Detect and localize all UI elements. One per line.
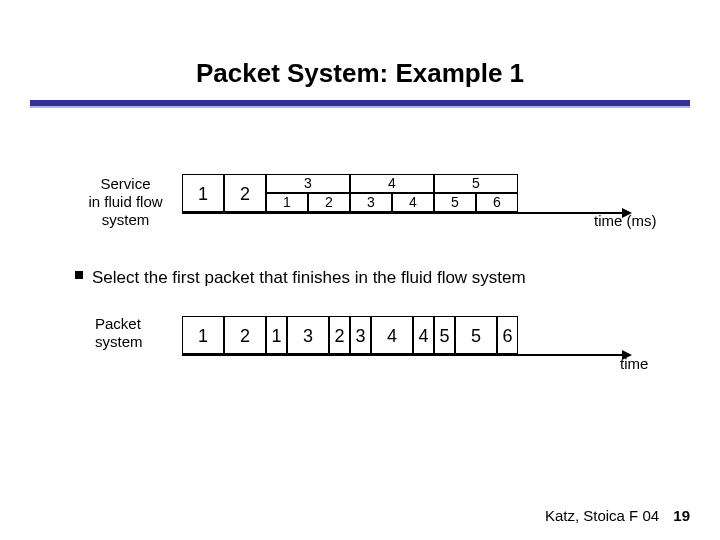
- packet-axis-line: [182, 354, 622, 356]
- fluid-flow-label: Servicein fluid flowsystem: [78, 175, 173, 229]
- fluid-axis-label: time (ms): [594, 212, 657, 229]
- packet-segment: 2: [329, 316, 350, 354]
- packet-segment: 1: [182, 316, 224, 354]
- fluid-lower-segment: 1: [266, 193, 308, 212]
- packet-segment: 5: [434, 316, 455, 354]
- packet-system-label: Packetsystem: [95, 315, 165, 351]
- footer-attribution: Katz, Stoica F 04: [545, 507, 659, 524]
- packet-segment: 5: [455, 316, 497, 354]
- fluid-upper-segment: 3: [266, 174, 350, 193]
- fluid-full-segment: 2: [224, 174, 266, 212]
- footer: Katz, Stoica F 04 19: [545, 507, 690, 524]
- packet-segment: 3: [350, 316, 371, 354]
- packet-segment: 2: [224, 316, 266, 354]
- packet-segment: 4: [413, 316, 434, 354]
- fluid-lower-segment: 6: [476, 193, 518, 212]
- packet-axis-label: time: [620, 355, 648, 372]
- slide-title: Packet System: Example 1: [0, 58, 720, 89]
- fluid-lower-segment: 3: [350, 193, 392, 212]
- packet-segment: 1: [266, 316, 287, 354]
- page-number: 19: [673, 507, 690, 524]
- fluid-axis-line: [182, 212, 622, 214]
- bullet-icon: [75, 271, 83, 279]
- bullet-text: Select the first packet that finishes in…: [92, 268, 526, 288]
- packet-segment: 4: [371, 316, 413, 354]
- fluid-lower-segment: 4: [392, 193, 434, 212]
- fluid-upper-segment: 5: [434, 174, 518, 193]
- title-rule: [30, 100, 690, 108]
- packet-segment: 6: [497, 316, 518, 354]
- fluid-lower-segment: 5: [434, 193, 476, 212]
- fluid-full-segment: 1: [182, 174, 224, 212]
- fluid-lower-segment: 2: [308, 193, 350, 212]
- packet-segment: 3: [287, 316, 329, 354]
- fluid-upper-segment: 4: [350, 174, 434, 193]
